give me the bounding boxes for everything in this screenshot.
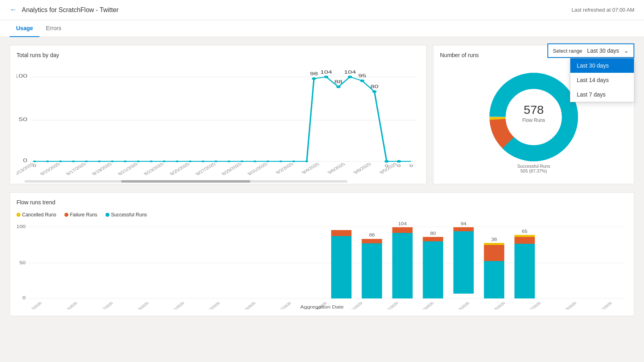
svg-text:50: 50 — [19, 117, 27, 122]
total-runs-card: Total runs by day 100 50 0 — [10, 45, 427, 184]
tab-usage[interactable]: Usage — [10, 20, 39, 37]
svg-text:8/21/2020: 8/21/2020 — [169, 301, 185, 309]
svg-rect-84 — [423, 241, 443, 298]
svg-point-29 — [227, 160, 230, 162]
header: ← Analytics for ScratchFlow - Twitter La… — [0, 0, 644, 20]
svg-point-33 — [279, 160, 282, 162]
svg-text:8/21/2020: 8/21/2020 — [116, 162, 139, 176]
range-current: Last 30 days — [587, 47, 619, 54]
svg-text:88: 88 — [369, 233, 375, 237]
svg-rect-91 — [484, 245, 504, 261]
svg-text:8/27/2020: 8/27/2020 — [276, 301, 292, 309]
svg-rect-87 — [453, 231, 474, 294]
chevron-down-icon: ⌄ — [624, 47, 629, 54]
svg-text:8/17/2020: 8/17/2020 — [98, 301, 114, 309]
svg-text:0: 0 — [23, 295, 26, 300]
svg-text:8/25/2020: 8/25/2020 — [240, 301, 256, 309]
range-option-7[interactable]: Last 7 days — [570, 87, 634, 102]
back-button[interactable]: ← — [10, 6, 17, 14]
svg-text:Flow Runs: Flow Runs — [522, 117, 545, 123]
svg-text:88: 88 — [334, 80, 343, 84]
flow-runs-trend-card: Flow runs trend Cancelled Runs Failure R… — [10, 192, 634, 316]
svg-rect-88 — [453, 227, 474, 231]
tab-errors[interactable]: Errors — [39, 20, 68, 37]
svg-text:9/8/2020: 9/8/2020 — [352, 162, 373, 175]
donut-bottom-legend: Successful Runs505 (87.37%) — [517, 164, 550, 173]
line-chart: 100 50 0 — [17, 65, 420, 177]
range-selector-box[interactable]: Select range Last 30 days ⌄ — [547, 43, 634, 58]
svg-point-21 — [124, 160, 127, 162]
svg-rect-96 — [514, 235, 535, 237]
svg-text:80: 80 — [430, 231, 436, 236]
svg-text:8/29/2020: 8/29/2020 — [220, 162, 243, 176]
svg-text:50: 50 — [19, 260, 25, 265]
svg-text:8/15/2020: 8/15/2020 — [62, 301, 78, 309]
svg-text:8/31/2020: 8/31/2020 — [246, 162, 269, 176]
last-refreshed: Last refreshed at 07:00 AM — [572, 7, 634, 13]
svg-text:100: 100 — [17, 73, 27, 78]
svg-text:95: 95 — [358, 74, 366, 78]
charts-row: Total runs by day 100 50 0 — [10, 45, 634, 184]
svg-point-27 — [202, 160, 204, 162]
svg-text:9/4/2020: 9/4/2020 — [300, 162, 321, 175]
legend-successful: Successful Runs — [105, 212, 147, 218]
range-dropdown: Last 30 days Last 14 days Last 7 days — [570, 58, 634, 102]
svg-point-18 — [85, 160, 88, 162]
svg-point-26 — [189, 160, 192, 162]
tabs-row: Usage Errors — [0, 20, 644, 37]
svg-point-14 — [33, 160, 36, 162]
svg-rect-82 — [392, 227, 413, 233]
svg-text:38: 38 — [491, 237, 497, 242]
trend-title: Flow runs trend — [17, 199, 627, 206]
svg-rect-81 — [392, 233, 413, 298]
svg-point-34 — [292, 160, 295, 162]
svg-rect-90 — [484, 261, 504, 298]
bar-chart: 100 50 0 98 — [17, 221, 627, 309]
range-selector[interactable]: Select range Last 30 days ⌄ Last 30 days… — [547, 43, 634, 58]
svg-point-28 — [215, 160, 217, 162]
svg-text:9/6/2020: 9/6/2020 — [326, 162, 347, 175]
range-option-30[interactable]: Last 30 days — [570, 58, 634, 73]
svg-point-9 — [348, 76, 352, 78]
svg-point-17 — [72, 160, 75, 162]
svg-point-24 — [163, 160, 165, 162]
svg-text:80: 80 — [370, 84, 378, 89]
svg-text:9/5/2020: 9/5/2020 — [456, 301, 471, 309]
svg-point-11 — [372, 90, 377, 93]
svg-text:8/23/2020: 8/23/2020 — [205, 301, 221, 309]
svg-point-6 — [312, 77, 316, 80]
content: Select range Last 30 days ⌄ Last 30 days… — [0, 37, 644, 324]
svg-text:9/7/2020: 9/7/2020 — [527, 301, 542, 309]
range-label: Select range — [553, 48, 582, 54]
svg-text:8/23/2020: 8/23/2020 — [142, 162, 165, 176]
svg-text:8/19/2020: 8/19/2020 — [91, 162, 114, 176]
range-option-14[interactable]: Last 14 days — [570, 73, 634, 87]
page-title: Analytics for ScratchFlow - Twitter — [22, 6, 119, 14]
svg-text:Aggregation Date: Aggregation Date — [300, 304, 344, 309]
svg-point-23 — [150, 160, 153, 162]
svg-rect-75 — [331, 236, 352, 298]
svg-text:8/13/2020: 8/13/2020 — [17, 162, 36, 176]
svg-rect-76 — [331, 230, 352, 236]
svg-text:9/6/2020: 9/6/2020 — [491, 301, 506, 309]
svg-point-30 — [240, 160, 243, 162]
svg-point-16 — [59, 160, 62, 162]
svg-point-31 — [254, 160, 256, 162]
legend-failure: Failure Runs — [64, 212, 97, 218]
svg-rect-78 — [362, 243, 382, 298]
svg-text:104: 104 — [398, 222, 407, 226]
successful-label: Successful Runs — [111, 212, 147, 218]
svg-point-15 — [46, 160, 49, 162]
successful-dot — [105, 213, 109, 217]
svg-rect-94 — [514, 244, 535, 298]
svg-text:9/3/2020: 9/3/2020 — [420, 301, 435, 309]
line-chart-svg: 100 50 0 — [17, 65, 420, 177]
svg-text:94: 94 — [461, 222, 466, 226]
svg-text:8/19/2020: 8/19/2020 — [134, 301, 150, 309]
failure-label: Failure Runs — [70, 212, 97, 218]
svg-point-35 — [305, 160, 308, 162]
svg-rect-85 — [423, 237, 443, 241]
svg-text:0: 0 — [397, 163, 401, 168]
total-runs-title: Total runs by day — [17, 52, 420, 58]
svg-text:8/15/2020: 8/15/2020 — [39, 162, 62, 176]
